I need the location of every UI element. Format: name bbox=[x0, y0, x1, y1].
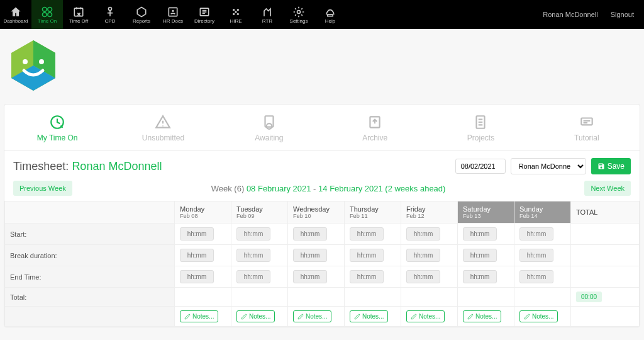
total-cell bbox=[175, 288, 231, 307]
save-icon bbox=[597, 162, 605, 170]
svg-point-19 bbox=[39, 59, 44, 64]
edit-icon bbox=[297, 314, 304, 320]
nav-dashboard[interactable]: Dashboard bbox=[0, 0, 31, 29]
svg-point-1 bbox=[48, 7, 52, 11]
col-monday: MondayFeb 08 bbox=[175, 201, 231, 224]
nav-hr-docs[interactable]: HR Docs bbox=[157, 0, 189, 29]
total-cell bbox=[458, 288, 514, 307]
time-input[interactable] bbox=[236, 227, 270, 241]
time-input[interactable] bbox=[519, 227, 553, 241]
time-input[interactable] bbox=[236, 270, 270, 283]
nav-help[interactable]: Help bbox=[314, 0, 346, 29]
nav-cpd[interactable]: CPD bbox=[94, 0, 126, 29]
page-title: Timesheet: Ronan McDonnell bbox=[13, 160, 162, 173]
time-input[interactable] bbox=[236, 249, 270, 262]
tab-tutorial[interactable]: Tutorial bbox=[534, 105, 640, 150]
svg-point-11 bbox=[233, 13, 235, 14]
edit-icon bbox=[467, 314, 474, 320]
grand-total: 00:00 bbox=[576, 292, 602, 302]
signout-link[interactable]: Signout bbox=[611, 11, 634, 18]
tabs: My Time OnUnsubmittedAwaitingArchiveProj… bbox=[4, 105, 640, 150]
row-label: Total: bbox=[5, 288, 175, 307]
user-select[interactable]: Ronan McDonnell bbox=[511, 158, 586, 174]
hire-icon bbox=[230, 6, 242, 18]
notes-button[interactable]: Notes... bbox=[236, 310, 275, 322]
next-week-button[interactable]: Next Week bbox=[584, 181, 631, 196]
total-cell bbox=[345, 288, 401, 307]
nav-rtr[interactable]: RTR bbox=[252, 0, 283, 29]
previous-week-button[interactable]: Previous Week bbox=[13, 181, 72, 196]
time-input[interactable] bbox=[406, 227, 440, 241]
home-icon bbox=[9, 6, 22, 18]
tutorial-icon bbox=[534, 115, 640, 130]
nav-user-link[interactable]: Ronan McDonnell bbox=[543, 11, 597, 18]
time-input[interactable] bbox=[406, 270, 440, 283]
time-input[interactable] bbox=[350, 270, 384, 283]
col-total: TOTAL bbox=[571, 201, 640, 224]
time-input[interactable] bbox=[180, 249, 214, 262]
nav-time-off[interactable]: Time Off bbox=[63, 0, 94, 29]
timeoff-icon bbox=[72, 6, 85, 18]
nav-settings[interactable]: Settings bbox=[283, 0, 314, 29]
time-input[interactable] bbox=[293, 249, 327, 262]
notes-button[interactable]: Notes... bbox=[519, 310, 558, 322]
tab-awaiting[interactable]: Awaiting bbox=[216, 105, 322, 150]
time-input[interactable] bbox=[463, 270, 497, 283]
svg-point-3 bbox=[48, 12, 52, 16]
total-cell bbox=[401, 288, 458, 307]
notes-button[interactable]: Notes... bbox=[406, 310, 445, 322]
help-icon bbox=[324, 6, 336, 18]
time-input[interactable] bbox=[463, 227, 497, 241]
time-input[interactable] bbox=[293, 227, 327, 241]
notes-button[interactable]: Notes... bbox=[180, 310, 218, 322]
time-input[interactable] bbox=[463, 249, 497, 262]
nav-directory[interactable]: Directory bbox=[189, 0, 220, 29]
clock-icon bbox=[4, 115, 110, 130]
doc-clock-icon bbox=[216, 115, 322, 130]
col-wednesday: WednesdayFeb 10 bbox=[288, 201, 345, 224]
time-input[interactable] bbox=[180, 270, 214, 283]
notes-button[interactable]: Notes... bbox=[350, 310, 388, 322]
col-tuesday: TuesdayFeb 09 bbox=[231, 201, 288, 224]
notes-button[interactable]: Notes... bbox=[463, 310, 501, 322]
edit-icon bbox=[411, 314, 417, 320]
nav-time-on[interactable]: Time On bbox=[31, 0, 63, 29]
tab-archive[interactable]: Archive bbox=[322, 105, 428, 150]
week-label: Week (6) 08 February 2021 - 14 February … bbox=[72, 184, 585, 193]
nav-hire[interactable]: HIRE bbox=[220, 0, 252, 29]
time-input[interactable] bbox=[180, 227, 214, 241]
nav-reports[interactable]: Reports bbox=[126, 0, 157, 29]
time-input[interactable] bbox=[350, 227, 384, 241]
logo-area bbox=[0, 29, 644, 99]
archive-icon bbox=[322, 115, 428, 130]
tab-my-time-on[interactable]: My Time On bbox=[4, 105, 110, 150]
tab-projects[interactable]: Projects bbox=[428, 105, 533, 150]
time-input[interactable] bbox=[350, 249, 384, 262]
col-saturday: SaturdayFeb 13 bbox=[458, 201, 514, 224]
time-input[interactable] bbox=[406, 249, 440, 262]
app-logo bbox=[11, 40, 55, 91]
notes-button[interactable]: Notes... bbox=[293, 310, 331, 322]
warn-icon bbox=[110, 115, 216, 130]
cpd-icon bbox=[104, 6, 116, 18]
row-label: Start: bbox=[5, 224, 175, 245]
total-cell bbox=[514, 288, 571, 307]
top-nav: DashboardTime OnTime OffCPDReportsHR Doc… bbox=[0, 0, 644, 29]
table-row: Start: bbox=[5, 224, 640, 245]
rtr-icon bbox=[261, 6, 274, 18]
tab-unsubmitted[interactable]: Unsubmitted bbox=[110, 105, 216, 150]
time-input[interactable] bbox=[293, 270, 327, 283]
svg-point-18 bbox=[23, 59, 28, 64]
projects-icon bbox=[428, 115, 533, 130]
edit-icon bbox=[241, 314, 247, 320]
week-nav: Previous Week Week (6) 08 February 2021 … bbox=[4, 181, 640, 201]
date-input[interactable] bbox=[455, 159, 506, 174]
save-button[interactable]: Save bbox=[591, 158, 631, 174]
time-input[interactable] bbox=[519, 270, 553, 283]
col-sunday: SundayFeb 14 bbox=[514, 201, 571, 224]
col-friday: FridayFeb 12 bbox=[401, 201, 458, 224]
time-input[interactable] bbox=[519, 249, 553, 262]
table-row: End Time: bbox=[5, 266, 640, 288]
directory-icon bbox=[198, 6, 211, 18]
table-row: Total:00:00 bbox=[5, 288, 640, 307]
